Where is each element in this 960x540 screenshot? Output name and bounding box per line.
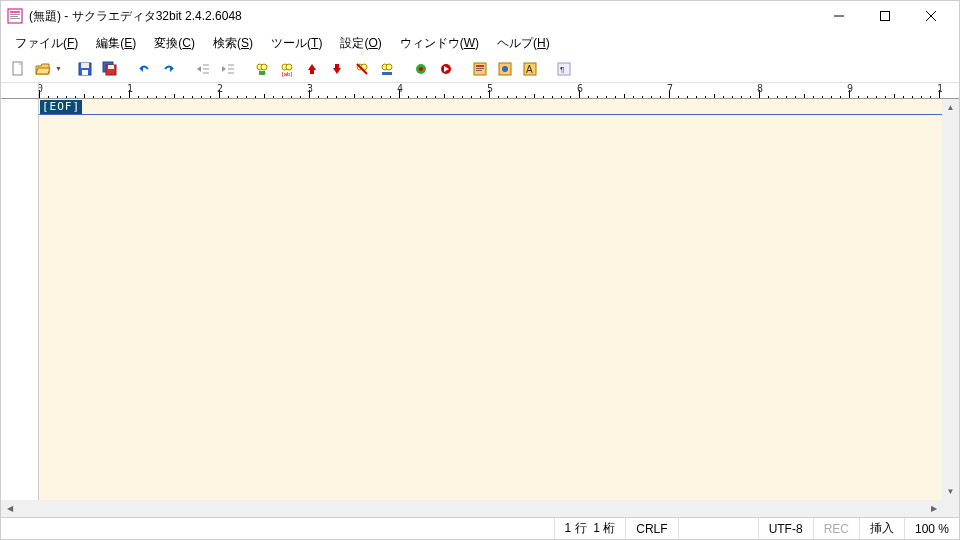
menu-bar: ファイル(F) 編集(E) 変換(C) 検索(S) ツール(T) 設定(O) ウ…	[1, 31, 959, 55]
vertical-scrollbar[interactable]: ▲ ▼	[942, 99, 959, 500]
font-settings-button[interactable]: A	[519, 58, 541, 80]
status-line[interactable]: 1 行 1 桁	[554, 518, 626, 539]
open-file-button[interactable]	[32, 58, 54, 80]
current-line-underline	[39, 99, 942, 115]
svg-point-44	[502, 66, 508, 72]
menu-convert[interactable]: 変換(C)	[146, 33, 203, 54]
svg-rect-40	[476, 65, 484, 67]
app-icon	[7, 8, 23, 24]
menu-help[interactable]: ヘルプ(H)	[489, 33, 558, 54]
horizontal-scroll-track[interactable]	[18, 500, 925, 517]
status-empty	[678, 518, 758, 539]
search-prev-button[interactable]	[301, 58, 323, 80]
svg-point-37	[419, 67, 423, 71]
title-bar: (無題) - サクラエディタ32bit 2.4.2.6048	[1, 1, 959, 31]
outdent-button[interactable]	[192, 58, 214, 80]
svg-rect-6	[881, 12, 890, 21]
toolbar: ▼ [ab] A ¶	[1, 55, 959, 83]
save-all-button[interactable]	[99, 58, 121, 80]
redo-button[interactable]	[158, 58, 180, 80]
line-number-gutter[interactable]	[1, 99, 39, 500]
indent-button[interactable]	[217, 58, 239, 80]
type-settings-button[interactable]	[469, 58, 491, 80]
menu-window[interactable]: ウィンドウ(W)	[392, 33, 487, 54]
status-zoom[interactable]: 100 %	[904, 518, 959, 539]
status-rec[interactable]: REC	[813, 518, 859, 539]
svg-rect-28	[310, 70, 314, 74]
svg-point-23	[261, 64, 267, 70]
search-regex-button[interactable]: [ab]	[276, 58, 298, 80]
menu-edit[interactable]: 編集(E)	[88, 33, 144, 54]
search-next-button[interactable]	[326, 58, 348, 80]
svg-rect-35	[382, 72, 392, 75]
save-button[interactable]	[74, 58, 96, 80]
window-controls	[817, 2, 953, 30]
window-title: (無題) - サクラエディタ32bit 2.4.2.6048	[29, 8, 817, 25]
status-newline[interactable]: CRLF	[625, 518, 677, 539]
open-dropdown-icon[interactable]: ▼	[55, 65, 62, 72]
svg-rect-11	[81, 63, 89, 68]
svg-rect-15	[108, 65, 114, 69]
play-macro-button[interactable]	[435, 58, 457, 80]
menu-settings[interactable]: 設定(O)	[332, 33, 389, 54]
svg-rect-29	[335, 64, 339, 68]
eof-marker: [EOF]	[40, 100, 82, 114]
record-macro-button[interactable]	[410, 58, 432, 80]
svg-rect-2	[10, 14, 20, 15]
svg-rect-3	[10, 16, 18, 17]
svg-rect-42	[476, 70, 482, 71]
svg-rect-24	[259, 71, 265, 75]
scroll-right-button[interactable]: ▶	[925, 500, 942, 517]
minimize-button[interactable]	[817, 2, 861, 30]
undo-button[interactable]	[133, 58, 155, 80]
menu-search[interactable]: 検索(S)	[205, 33, 261, 54]
status-bar: 1 行 1 桁 CRLF UTF-8 REC 挿入 100 %	[1, 517, 959, 539]
ruler-gutter	[1, 83, 39, 98]
close-button[interactable]	[909, 2, 953, 30]
grep-button[interactable]	[376, 58, 398, 80]
scrollbar-corner	[942, 500, 959, 517]
svg-text:[ab]: [ab]	[282, 71, 292, 77]
svg-point-26	[286, 64, 292, 70]
svg-rect-41	[476, 68, 484, 69]
svg-rect-4	[10, 18, 20, 19]
svg-text:¶: ¶	[560, 65, 564, 74]
scroll-up-button[interactable]: ▲	[942, 99, 959, 116]
scroll-down-button[interactable]: ▼	[942, 483, 959, 500]
editor-wrap: [EOF] ▲ ▼	[1, 99, 959, 500]
svg-rect-12	[82, 70, 88, 75]
svg-text:A: A	[526, 64, 533, 75]
menu-tools[interactable]: ツール(T)	[263, 33, 330, 54]
maximize-button[interactable]	[863, 2, 907, 30]
search-button[interactable]	[251, 58, 273, 80]
svg-rect-1	[10, 11, 20, 13]
status-insert-mode[interactable]: 挿入	[859, 518, 904, 539]
svg-point-34	[386, 64, 392, 70]
ruler-row: 012345678910	[1, 83, 959, 99]
scroll-left-button[interactable]: ◀	[1, 500, 18, 517]
vertical-scroll-track[interactable]	[942, 116, 959, 483]
show-chars-button[interactable]: ¶	[553, 58, 575, 80]
editor-text-area[interactable]: [EOF]	[39, 99, 942, 500]
new-file-button[interactable]	[7, 58, 29, 80]
status-encoding[interactable]: UTF-8	[758, 518, 813, 539]
horizontal-scrollbar[interactable]: ◀ ▶	[1, 500, 959, 517]
menu-file[interactable]: ファイル(F)	[7, 33, 86, 54]
ruler[interactable]: 012345678910	[39, 83, 942, 98]
common-settings-button[interactable]	[494, 58, 516, 80]
search-clear-button[interactable]	[351, 58, 373, 80]
